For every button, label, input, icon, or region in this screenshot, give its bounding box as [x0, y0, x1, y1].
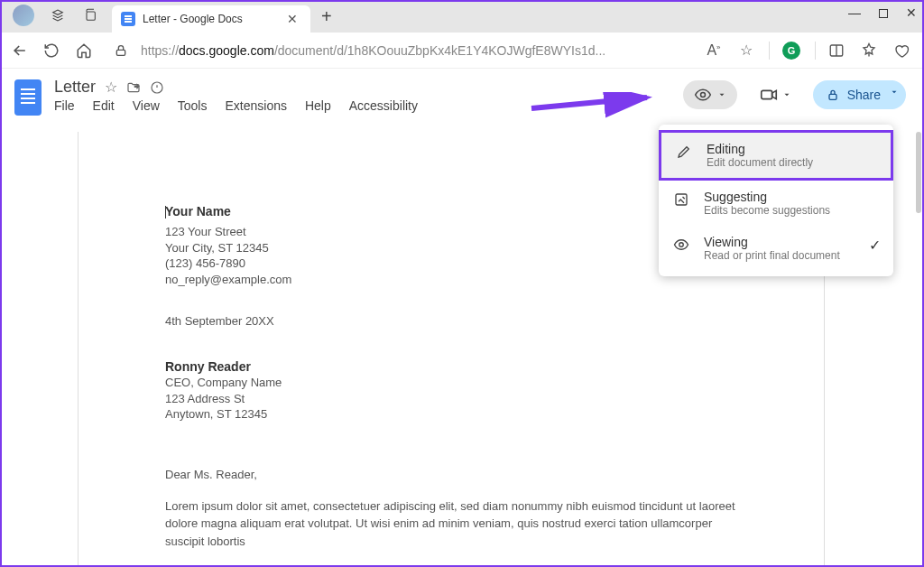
- mode-subtitle: Edit document directly: [707, 156, 813, 169]
- health-icon[interactable]: [893, 42, 913, 59]
- letter-body: Lorem ipsum dolor sit amet, consectetuer…: [165, 497, 737, 551]
- workspaces-icon[interactable]: [47, 5, 69, 26]
- tab-close-button[interactable]: ✕: [283, 12, 301, 26]
- move-icon[interactable]: [126, 80, 141, 95]
- minimize-button[interactable]: —: [848, 5, 861, 20]
- svg-point-4: [700, 93, 705, 98]
- chevron-down-icon: [782, 90, 791, 99]
- mode-subtitle: Read or print final document: [704, 249, 840, 262]
- mode-item-editing[interactable]: Editing Edit document directly: [659, 130, 893, 181]
- url-host: docs.google.com: [179, 43, 274, 58]
- menu-edit[interactable]: Edit: [93, 98, 115, 113]
- menu-extensions[interactable]: Extensions: [225, 98, 286, 113]
- toolbar-separator: [815, 42, 816, 60]
- reader-mode-icon[interactable]: A»: [704, 42, 724, 59]
- svg-rect-6: [829, 94, 836, 99]
- letter-date: 4th September 20XX: [165, 314, 737, 328]
- menu-help[interactable]: Help: [305, 98, 331, 113]
- favorite-icon[interactable]: ☆: [736, 42, 756, 59]
- svg-rect-0: [87, 12, 95, 20]
- collections-icon[interactable]: [79, 5, 101, 26]
- mode-item-suggesting[interactable]: Suggesting Edits become suggestions: [659, 181, 893, 226]
- share-button[interactable]: Share: [813, 80, 893, 109]
- browser-titlebar: Letter - Google Docs ✕ + — ✕: [2, 2, 922, 33]
- check-icon: ✓: [869, 237, 881, 254]
- address-bar[interactable]: https://docs.google.com/document/d/1h8KO…: [108, 43, 691, 58]
- browser-tab[interactable]: Letter - Google Docs ✕: [112, 5, 310, 33]
- split-screen-icon[interactable]: [828, 42, 848, 59]
- mode-subtitle: Edits become suggestions: [704, 204, 830, 217]
- mode-title: Suggesting: [704, 190, 830, 204]
- maximize-button[interactable]: [879, 5, 888, 20]
- chevron-down-icon: [717, 90, 726, 99]
- close-window-button[interactable]: ✕: [906, 5, 917, 20]
- eye-icon: [673, 237, 691, 253]
- home-button[interactable]: [76, 42, 96, 59]
- svg-rect-1: [116, 50, 125, 55]
- svg-rect-5: [761, 90, 772, 98]
- refresh-button[interactable]: [43, 42, 63, 59]
- collections-icon[interactable]: [861, 42, 881, 59]
- google-docs-logo-icon[interactable]: [14, 79, 42, 116]
- back-button[interactable]: [11, 42, 31, 60]
- share-dropdown-button[interactable]: [882, 80, 906, 109]
- eye-icon: [694, 86, 712, 104]
- profile-avatar[interactable]: [13, 5, 34, 26]
- menu-tools[interactable]: Tools: [178, 98, 208, 113]
- mode-menu: Editing Edit document directly Suggestin…: [659, 125, 893, 276]
- scroll-thumb[interactable]: [916, 132, 921, 213]
- svg-point-9: [679, 243, 684, 247]
- lock-icon: [826, 88, 840, 102]
- menu-file[interactable]: File: [54, 98, 75, 113]
- site-info-icon[interactable]: [114, 43, 134, 58]
- recipient-title: CEO, Company Name: [165, 375, 737, 391]
- url-prefix: https://: [141, 43, 179, 58]
- document-title[interactable]: Letter: [54, 78, 96, 97]
- google-docs-favicon-icon: [121, 12, 135, 26]
- mode-title: Viewing: [704, 235, 840, 249]
- docs-header: Letter ☆ File Edit View Tools Extensions…: [2, 69, 922, 123]
- camera-icon: [759, 85, 779, 105]
- cloud-status-icon[interactable]: [150, 80, 164, 95]
- menu-view[interactable]: View: [133, 98, 160, 113]
- tab-title: Letter - Google Docs: [143, 13, 243, 25]
- menu-accessibility[interactable]: Accessibility: [349, 98, 418, 113]
- recipient-street: 123 Address St: [165, 391, 737, 407]
- sender-phone: (123) 456-7890: [165, 256, 737, 272]
- star-icon[interactable]: ☆: [105, 79, 117, 96]
- sender-name: Your Name: [165, 204, 231, 218]
- browser-toolbar: https://docs.google.com/document/d/1h8KO…: [2, 33, 922, 69]
- sender-city: Your City, ST 12345: [165, 240, 737, 256]
- share-label: Share: [847, 88, 881, 102]
- mode-item-viewing[interactable]: Viewing Read or print final document ✓: [659, 226, 893, 271]
- pencil-icon: [676, 144, 694, 160]
- chevron-down-icon: [890, 88, 899, 97]
- window-controls: — ✕: [848, 5, 917, 20]
- suggest-icon: [673, 191, 691, 208]
- scrollbar[interactable]: [913, 132, 922, 565]
- view-mode-button[interactable]: [683, 80, 737, 109]
- meet-button[interactable]: [750, 79, 800, 110]
- recipient-name: Ronny Reader: [165, 359, 251, 374]
- sender-street: 123 Your Street: [165, 224, 737, 240]
- sender-email: no_reply@example.com: [165, 272, 737, 288]
- toolbar-separator: [769, 42, 770, 60]
- extension-grammarly-icon[interactable]: G: [782, 42, 802, 60]
- mode-title: Editing: [707, 142, 813, 156]
- letter-greeting: Dear Ms. Reader,: [165, 468, 737, 481]
- recipient-city: Anytown, ST 12345: [165, 406, 737, 423]
- url-path: /document/d/1h8KOouuZbpKx4kE1Y4KOJWgfE8W…: [274, 43, 605, 58]
- new-tab-button[interactable]: +: [310, 6, 343, 27]
